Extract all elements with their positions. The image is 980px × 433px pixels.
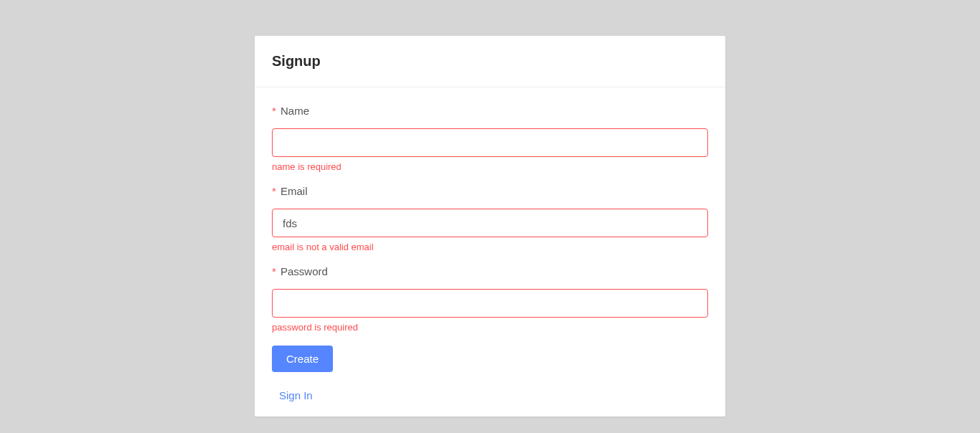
page-title: Signup <box>272 53 708 70</box>
password-error-text: password is required <box>272 322 708 333</box>
email-input[interactable] <box>272 209 708 237</box>
create-button[interactable]: Create <box>272 346 333 372</box>
card-body: * Name name is required * Email email is… <box>255 87 725 402</box>
email-label-wrapper: * Email <box>272 185 708 197</box>
required-indicator-icon: * <box>272 265 276 277</box>
name-label-wrapper: * Name <box>272 105 708 117</box>
email-form-group: * Email email is not a valid email <box>272 185 708 252</box>
email-error-text: email is not a valid email <box>272 242 708 252</box>
signin-link[interactable]: Sign In <box>272 389 313 401</box>
password-label: Password <box>281 265 328 277</box>
password-label-wrapper: * Password <box>272 265 708 277</box>
card-header: Signup <box>255 36 725 87</box>
signup-card: Signup * Name name is required * Email e… <box>255 36 725 417</box>
name-input[interactable] <box>272 128 708 157</box>
name-label: Name <box>281 105 309 117</box>
required-indicator-icon: * <box>272 105 276 117</box>
required-indicator-icon: * <box>272 185 276 197</box>
password-input[interactable] <box>272 289 708 318</box>
email-label: Email <box>281 185 308 197</box>
name-form-group: * Name name is required <box>272 105 708 172</box>
password-form-group: * Password password is required <box>272 265 708 333</box>
name-error-text: name is required <box>272 161 708 172</box>
